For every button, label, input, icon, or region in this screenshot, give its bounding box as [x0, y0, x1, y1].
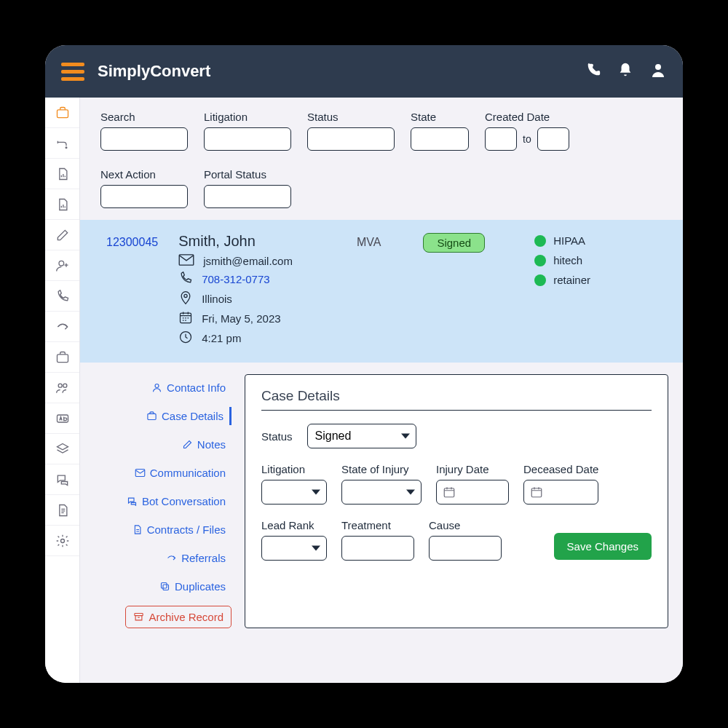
panel-title: Case Details [261, 388, 652, 411]
svg-rect-1 [57, 109, 68, 117]
created-to-input[interactable] [537, 127, 569, 151]
nav-bot-conversation[interactable]: Bot Conversation [121, 492, 232, 510]
filter-label-search: Search [100, 111, 188, 123]
nav-duplicates[interactable]: Duplicates [154, 577, 232, 596]
filter-label-portal-status: Portal Status [204, 168, 291, 181]
archive-record-button[interactable]: Archive Record [125, 606, 232, 628]
cause-input[interactable] [429, 536, 502, 561]
filter-label-state: State [411, 111, 469, 123]
mail-icon [178, 254, 194, 268]
sidebar-item-ad[interactable] [45, 403, 79, 434]
tag-retainer: retainer [534, 274, 590, 286]
case-id[interactable]: 12300045 [106, 233, 158, 347]
contact-date: Fri, May 5, 2023 [202, 312, 280, 325]
sidebar-item-briefcase2[interactable] [45, 342, 79, 373]
nav-notes[interactable]: Notes [176, 435, 232, 454]
injury-date-input[interactable] [436, 480, 509, 505]
contact-time: 4:21 pm [202, 332, 241, 344]
app-header: SimplyConvert [45, 45, 683, 98]
litigation-filter-input[interactable] [204, 127, 291, 151]
sidebar-item-faucet[interactable] [45, 128, 79, 159]
treatment-input[interactable] [341, 536, 414, 561]
svg-point-13 [155, 384, 159, 388]
svg-rect-4 [57, 354, 68, 362]
svg-rect-17 [161, 583, 167, 589]
sidebar-item-add-user[interactable] [45, 250, 79, 281]
sidebar [45, 98, 80, 683]
sidebar-item-doc-chart[interactable] [45, 159, 79, 189]
cause-label: Cause [429, 519, 502, 531]
status-label: Status [261, 430, 293, 443]
portal-status-input[interactable] [204, 185, 291, 208]
case-summary: 12300045 Smith, John jsmith@email.com 70… [80, 220, 683, 363]
filter-label-status: Status [307, 111, 395, 123]
sidebar-item-call[interactable] [45, 281, 79, 312]
svg-point-6 [63, 384, 66, 387]
save-changes-button[interactable]: Save Changes [554, 533, 652, 560]
state-injury-label: State of Injury [341, 463, 422, 475]
sidebar-item-layers[interactable] [45, 434, 79, 464]
svg-point-5 [58, 384, 62, 387]
contact-name: Smith, John [178, 233, 293, 250]
date-to-label: to [523, 133, 531, 145]
lead-rank-select[interactable] [261, 536, 327, 561]
svg-rect-14 [148, 414, 156, 419]
filter-label-next-action: Next Action [100, 168, 188, 181]
clock-icon [178, 330, 193, 347]
search-input[interactable] [100, 127, 188, 151]
next-action-input[interactable] [100, 185, 188, 208]
status-select[interactable]: Signed [307, 424, 416, 448]
sidebar-item-share[interactable] [45, 312, 79, 342]
nav-case-details[interactable]: Case Details [141, 407, 232, 425]
filter-bar: Search Litigation Status State Created D… [80, 98, 683, 220]
treatment-label: Treatment [341, 519, 414, 531]
phone-icon [178, 271, 193, 288]
tag-hitech: hitech [534, 254, 590, 266]
svg-point-8 [60, 539, 64, 542]
created-from-input[interactable] [485, 127, 517, 151]
injury-date-label: Injury Date [436, 463, 509, 475]
litigation-label: Litigation [261, 463, 327, 475]
sidebar-item-settings[interactable] [45, 526, 79, 556]
calendar-icon [178, 310, 193, 327]
sidebar-item-doc-list[interactable] [45, 495, 79, 526]
state-injury-select[interactable] [341, 480, 422, 505]
svg-rect-16 [163, 585, 169, 590]
detail-nav: Contact Info Case Details Notes Communic… [86, 374, 232, 628]
user-icon[interactable] [649, 61, 667, 82]
contact-state: Illinois [202, 293, 232, 305]
svg-point-0 [655, 64, 661, 70]
bell-icon[interactable] [617, 62, 633, 81]
svg-rect-20 [531, 488, 542, 497]
nav-contracts-files[interactable]: Contracts / Files [126, 521, 232, 539]
litigation-select[interactable] [261, 480, 327, 505]
status-filter-input[interactable] [307, 127, 395, 151]
sidebar-item-users[interactable] [45, 373, 79, 403]
nav-referrals[interactable]: Referrals [160, 549, 232, 567]
deceased-date-input[interactable] [523, 480, 598, 505]
nav-communication[interactable]: Communication [129, 464, 232, 482]
menu-button[interactable] [61, 63, 84, 81]
case-details-panel: Case Details Status Signed Litigation [245, 374, 668, 628]
svg-rect-19 [444, 488, 454, 497]
contact-phone[interactable]: 708-312-0773 [202, 273, 269, 285]
state-filter-input[interactable] [411, 127, 469, 151]
filter-label-litigation: Litigation [204, 111, 291, 123]
case-type: MVA [357, 233, 381, 347]
filter-label-created: Created Date [485, 111, 569, 123]
sidebar-item-briefcase[interactable] [45, 98, 79, 128]
svg-point-3 [59, 261, 64, 266]
sidebar-item-chat[interactable] [45, 464, 79, 495]
nav-contact-info[interactable]: Contact Info [146, 379, 232, 397]
contact-email: jsmith@email.com [203, 255, 293, 267]
app-title: SimplyConvert [98, 62, 210, 81]
phone-icon[interactable] [585, 62, 601, 81]
lead-rank-label: Lead Rank [261, 519, 327, 531]
deceased-date-label: Deceased Date [523, 463, 598, 475]
sidebar-item-edit[interactable] [45, 220, 79, 250]
svg-point-2 [66, 147, 67, 149]
svg-point-10 [184, 294, 187, 297]
location-icon [178, 290, 193, 307]
svg-rect-9 [179, 255, 194, 265]
sidebar-item-doc-bar[interactable] [45, 189, 79, 220]
